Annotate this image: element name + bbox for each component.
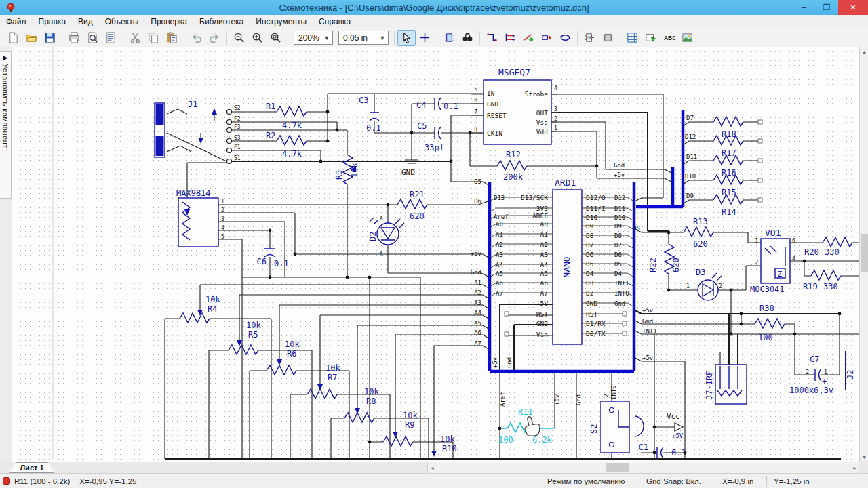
toolbar-find-button[interactable] bbox=[458, 30, 477, 46]
vertical-scrollbar[interactable]: ▴ ▾ bbox=[859, 47, 868, 462]
schematic-label: +5V bbox=[672, 432, 684, 439]
schematic-label: D11 bbox=[686, 153, 697, 160]
schematic-label: ARD1 bbox=[555, 178, 576, 188]
title-bar: Схемотехника - [C:\Users\dima\Google Дис… bbox=[0, 0, 868, 15]
toolbar-copy-button[interactable] bbox=[144, 30, 163, 46]
schematic-label: D5 bbox=[614, 261, 622, 268]
schematic-label: 100 bbox=[758, 333, 773, 342]
zoomout-icon bbox=[233, 32, 245, 43]
schematic-label: A bbox=[380, 216, 383, 222]
schematic-label: D11 bbox=[614, 205, 625, 212]
toolbar-bus-button[interactable] bbox=[501, 30, 519, 46]
zoom-level-combo[interactable]: 200%▼ bbox=[294, 30, 333, 45]
schematic-canvas[interactable]: J1R14.7kR24.7kS2F2F3S3F1S1R310kC30.1C40.… bbox=[12, 47, 859, 462]
zoom-level-combo-value: 200% bbox=[298, 33, 319, 43]
scroll-down-button[interactable]: ▾ bbox=[860, 453, 868, 462]
toolbar-separator bbox=[394, 31, 395, 45]
hand-cursor bbox=[525, 417, 540, 436]
toolbar-open-button[interactable] bbox=[22, 30, 41, 46]
place-component-tab[interactable]: ▶ Установить компонент bbox=[0, 51, 12, 199]
toolbar-gate-button[interactable] bbox=[580, 30, 599, 46]
toolbar-wire-button[interactable] bbox=[483, 30, 501, 46]
schematic-label: A7 bbox=[474, 340, 481, 347]
zoomin-icon bbox=[252, 32, 263, 43]
schematic-label: R12 bbox=[506, 150, 521, 159]
restore-button[interactable]: ❐ bbox=[815, 0, 838, 15]
schematic-label: RST bbox=[536, 310, 548, 318]
menu-6[interactable]: Библиотека bbox=[193, 16, 250, 28]
redo-icon bbox=[209, 32, 220, 43]
menu-1[interactable]: Файл bbox=[0, 16, 33, 28]
schematic-label: A6 bbox=[496, 280, 503, 287]
schematic-label: 1 bbox=[824, 369, 827, 375]
scroll-up-button[interactable]: ▴ bbox=[860, 47, 868, 56]
side-panel-strip: ▶ Установить компонент bbox=[0, 47, 12, 462]
toolbar-cross-button[interactable] bbox=[416, 30, 434, 46]
schematic-label: 33pf bbox=[425, 143, 444, 152]
toolbar-shape-button[interactable] bbox=[642, 30, 660, 46]
schematic-label: C7 bbox=[810, 354, 819, 364]
zoomfit-icon bbox=[270, 32, 281, 43]
toolbar-sheet-button[interactable] bbox=[102, 30, 120, 46]
toolbar-print-button[interactable] bbox=[65, 30, 83, 46]
toolbar-loop-button[interactable] bbox=[556, 30, 574, 46]
toolbar-save-button[interactable] bbox=[41, 30, 59, 46]
toolbar-paste-button[interactable] bbox=[163, 30, 181, 46]
schematic-label: C6 bbox=[257, 257, 267, 266]
schematic-label: S1 bbox=[234, 155, 241, 161]
toolbar-wiredot-button[interactable] bbox=[519, 30, 538, 46]
toolbar-undo-button[interactable] bbox=[187, 30, 205, 46]
schematic-label: 2 bbox=[755, 260, 758, 266]
toolbar-chip-button[interactable] bbox=[440, 30, 458, 46]
toolbar-cursor-button[interactable] bbox=[397, 30, 416, 46]
minimize-button[interactable]: – bbox=[792, 0, 815, 15]
toolbar-text-button[interactable] bbox=[660, 30, 678, 46]
close-button[interactable]: ✕ bbox=[838, 0, 868, 15]
toolbar-image-button[interactable] bbox=[678, 30, 696, 46]
toolbar-cut-button[interactable] bbox=[126, 30, 144, 46]
schematic-label: Gnd bbox=[642, 318, 653, 325]
schematic-label: 4 bbox=[554, 85, 557, 92]
grid-step-combo-value: 0,05 in bbox=[343, 33, 368, 43]
toolbar-chip2-button[interactable] bbox=[599, 30, 617, 46]
menu-7[interactable]: Инструменты bbox=[250, 16, 313, 28]
schematic-label: 2 bbox=[554, 116, 557, 122]
horizontal-scroll-thumb[interactable] bbox=[606, 463, 629, 472]
schematic-label: R6 bbox=[287, 349, 296, 359]
toolbar-redo-button[interactable] bbox=[205, 30, 224, 46]
schematic-label: A2 bbox=[474, 289, 481, 296]
scroll-right-button[interactable]: ▸ bbox=[850, 463, 859, 472]
schematic-label: 6.2k bbox=[532, 435, 553, 445]
menu-4[interactable]: Объекты bbox=[99, 16, 145, 28]
schematic-label: D7 bbox=[614, 242, 622, 249]
find-icon bbox=[462, 32, 473, 43]
toolbar-zoomout-button[interactable] bbox=[230, 30, 248, 46]
schematic-label: R17 bbox=[722, 148, 736, 158]
schematic-label: CKIN bbox=[487, 129, 502, 137]
toolbar-new-button[interactable] bbox=[4, 30, 22, 46]
sheet-tab-list1[interactable]: Лист 1 bbox=[9, 462, 54, 473]
menu-3[interactable]: Вид bbox=[72, 16, 99, 28]
toolbar-zoomfit-button[interactable] bbox=[267, 30, 285, 46]
horizontal-scrollbar[interactable]: ◂ ▸ bbox=[427, 462, 859, 473]
vertical-scroll-thumb[interactable] bbox=[861, 234, 868, 272]
schematic-label: Vss bbox=[536, 119, 548, 126]
schematic-label: D0/TX bbox=[586, 330, 606, 338]
place-component-label: Установить компонент bbox=[1, 64, 9, 148]
schematic-label: 1 bbox=[221, 199, 224, 205]
schematic-label: R19 bbox=[803, 282, 818, 291]
scroll-left-button[interactable]: ◂ bbox=[428, 463, 437, 472]
schematic-label: 3V3 bbox=[536, 205, 548, 212]
menu-5[interactable]: Проверка bbox=[144, 16, 193, 28]
menu-2[interactable]: Правка bbox=[33, 16, 73, 28]
toolbar-netport-button[interactable] bbox=[538, 30, 556, 46]
schematic-label: 620 bbox=[671, 258, 681, 272]
schematic-label: RESET bbox=[487, 112, 507, 119]
menu-8[interactable]: Справка bbox=[313, 16, 357, 28]
toolbar-preview-button[interactable] bbox=[83, 30, 102, 46]
schematic-label: D9 bbox=[614, 223, 622, 230]
grid-step-combo[interactable]: 0,05 in▼ bbox=[338, 30, 389, 45]
toolbar-grid-button[interactable] bbox=[623, 30, 642, 46]
toolbar-zoomin-button[interactable] bbox=[248, 30, 267, 46]
cursor-icon bbox=[401, 32, 412, 43]
